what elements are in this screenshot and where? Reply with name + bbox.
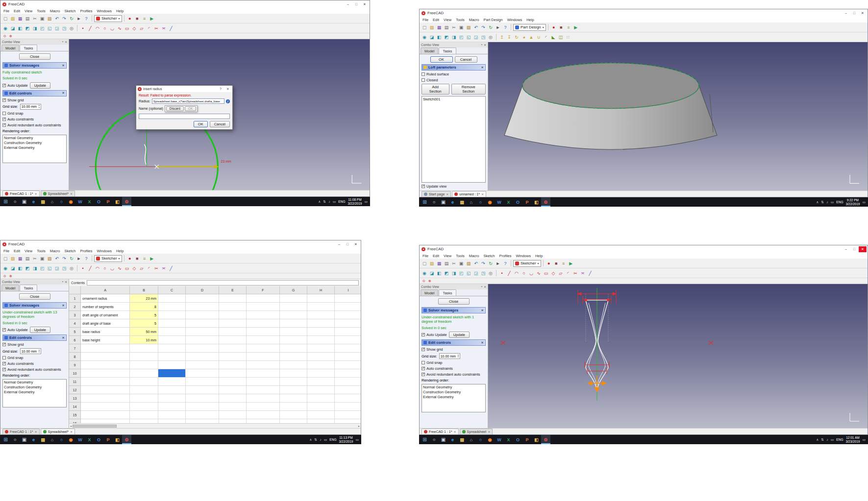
constraint-icon[interactable]: ⊕ <box>8 274 13 279</box>
close-icon[interactable]: ✕ <box>481 192 484 196</box>
sheet-cell-E5[interactable] <box>219 328 247 336</box>
sheet-cell-D14[interactable] <box>186 403 219 411</box>
battery-icon[interactable]: ▭ <box>831 200 834 204</box>
sheet-cell-I13[interactable] <box>335 394 361 403</box>
cancel-button[interactable]: Cancel <box>455 56 477 63</box>
sheet-cell-D10[interactable] <box>186 369 219 378</box>
toolbar-icon[interactable]: ▨ <box>428 24 435 31</box>
workbench-selector[interactable]: Part Design ▾ <box>513 24 546 31</box>
sketch-toolbar-icon[interactable]: ◇ <box>550 270 557 277</box>
menu-item[interactable]: Windows <box>97 249 111 253</box>
sheet-cell-D7[interactable] <box>186 344 219 353</box>
title-bar[interactable]: FreeCAD – □ ✕ <box>420 245 868 253</box>
sketch-toolbar-icon[interactable]: • <box>498 270 505 277</box>
toolbar-icon[interactable]: ↻ <box>487 24 494 31</box>
title-bar[interactable]: FreeCAD – □ ✕ <box>0 240 361 248</box>
minimize-button[interactable]: – <box>842 10 850 16</box>
document-tab[interactable]: Spreadsheet✕ <box>460 429 493 434</box>
taskbar-app-icon[interactable]: P <box>522 197 532 207</box>
tray-chevron-icon[interactable]: ∧ <box>816 200 818 204</box>
minimize-button[interactable]: – <box>335 241 343 247</box>
title-bar[interactable]: FreeCAD – □ ✕ <box>420 9 868 17</box>
search-button[interactable]: ○ <box>10 435 20 444</box>
sheet-cell-F1[interactable] <box>247 294 280 303</box>
sheet-cell-I2[interactable] <box>335 303 361 311</box>
workbench-selector[interactable]: Sketcher ▾ <box>94 255 122 262</box>
sketch-toolbar-icon[interactable]: ∿ <box>116 25 123 32</box>
toolbar-icon[interactable]: ↻ <box>68 15 75 22</box>
sheet-cell-E4[interactable] <box>219 319 247 328</box>
view-toolbar-icon[interactable]: ◧ <box>436 34 443 41</box>
toolbar-icon[interactable]: ▦ <box>17 255 24 262</box>
menu-item[interactable]: Edit <box>14 9 20 13</box>
action-center-icon[interactable]: ▭ <box>862 200 866 204</box>
language-indicator[interactable]: ENG <box>329 438 336 441</box>
sheet-cell-D16[interactable] <box>186 419 219 423</box>
sketch-toolbar-icon[interactable]: ✂ <box>572 270 579 277</box>
sheet-cell-I8[interactable] <box>335 353 361 361</box>
dock-icon[interactable]: ▪ <box>481 285 482 288</box>
dock-icon[interactable]: ▪ <box>62 40 63 44</box>
name-input[interactable] <box>139 114 230 119</box>
tab-model[interactable]: Model <box>421 289 438 296</box>
sheet-cell-C13[interactable] <box>158 394 186 403</box>
popup-ok-button[interactable]: OK <box>185 106 196 111</box>
macro-toolbar-icon[interactable]: ● <box>546 260 552 267</box>
close-icon[interactable]: ✕ <box>484 43 486 47</box>
sheet-cell-I7[interactable] <box>335 344 361 353</box>
sheet-cell-G13[interactable] <box>280 394 307 403</box>
row-header-7[interactable]: 7 <box>69 344 81 353</box>
view-toolbar-icon[interactable]: ◰ <box>39 265 46 272</box>
view-toolbar-icon[interactable]: ◨ <box>450 34 457 41</box>
document-tab[interactable]: FreeCAD 1 : 1*✕ <box>422 429 459 434</box>
menu-item[interactable]: Tools <box>37 9 46 13</box>
sketch-toolbar-icon[interactable]: ✂ <box>153 25 160 32</box>
taskbar-app-icon[interactable]: ⚙ <box>541 197 550 207</box>
toolbar-icon[interactable]: ↶ <box>472 24 479 31</box>
sketch-toolbar-icon[interactable]: ▱ <box>138 25 145 32</box>
menu-item[interactable]: Tools <box>456 18 465 22</box>
sheet-cell-F5[interactable] <box>247 328 280 336</box>
sketch-toolbar-icon[interactable]: ≍ <box>160 25 167 32</box>
taskbar-app-icon[interactable]: ▤ <box>457 435 467 444</box>
dock-icon[interactable]: ▪ <box>481 43 482 47</box>
close-icon[interactable]: ✕ <box>34 192 37 195</box>
sheet-cell-I16[interactable] <box>335 419 361 423</box>
sheet-cell-C15[interactable] <box>158 411 186 419</box>
macro-toolbar-icon[interactable]: ▶ <box>572 24 579 31</box>
sheet-cell-B8[interactable] <box>130 353 158 361</box>
sheet-cell-H2[interactable] <box>307 303 335 311</box>
toolbar-icon[interactable]: ► <box>495 24 501 31</box>
row-header-8[interactable]: 8 <box>69 353 81 361</box>
view-toolbar-icon[interactable]: ◪ <box>428 34 435 41</box>
update-view-checkbox[interactable]: Update view <box>422 184 486 189</box>
menu-item[interactable]: Tools <box>456 254 465 258</box>
view-toolbar-icon[interactable]: ◩ <box>443 34 450 41</box>
taskbar-app-icon[interactable]: P <box>103 197 113 206</box>
taskbar-app-icon[interactable]: W <box>495 197 504 207</box>
view-toolbar-icon[interactable]: ◱ <box>46 25 53 32</box>
macro-toolbar-icon[interactable]: ■ <box>558 24 565 31</box>
sheet-cell-H4[interactable] <box>307 319 335 328</box>
sheet-cell-E14[interactable] <box>219 403 247 411</box>
sketch-toolbar-icon[interactable]: ◡ <box>528 270 535 277</box>
macro-toolbar-icon[interactable]: ■ <box>553 260 560 267</box>
view-toolbar-icon[interactable]: ◩ <box>24 265 31 272</box>
taskbar-app-icon[interactable]: P <box>103 435 113 444</box>
task-view-button[interactable]: ▣ <box>439 435 448 444</box>
sheet-cell-D8[interactable] <box>186 353 219 361</box>
constraint-icon[interactable]: ⊙ <box>422 279 426 284</box>
close-icon[interactable]: ✕ <box>70 192 73 195</box>
toolbar-icon[interactable]: ↶ <box>53 255 60 262</box>
sheet-cell-G4[interactable] <box>280 319 307 328</box>
section-list-item[interactable]: Sketch001 <box>423 97 484 102</box>
sheet-cell-F13[interactable] <box>247 394 280 403</box>
sketch-toolbar-icon[interactable]: ○ <box>521 270 527 277</box>
sheet-cell-B7[interactable] <box>130 344 158 353</box>
render-list-item[interactable]: External Geometry <box>423 395 484 400</box>
view-toolbar-icon[interactable]: ◨ <box>450 270 457 277</box>
menu-item[interactable]: Edit <box>433 18 439 22</box>
sheet-cell-G9[interactable] <box>280 361 307 369</box>
toolbar-icon[interactable]: ? <box>502 260 509 267</box>
close-icon[interactable]: ✕ <box>65 40 67 44</box>
